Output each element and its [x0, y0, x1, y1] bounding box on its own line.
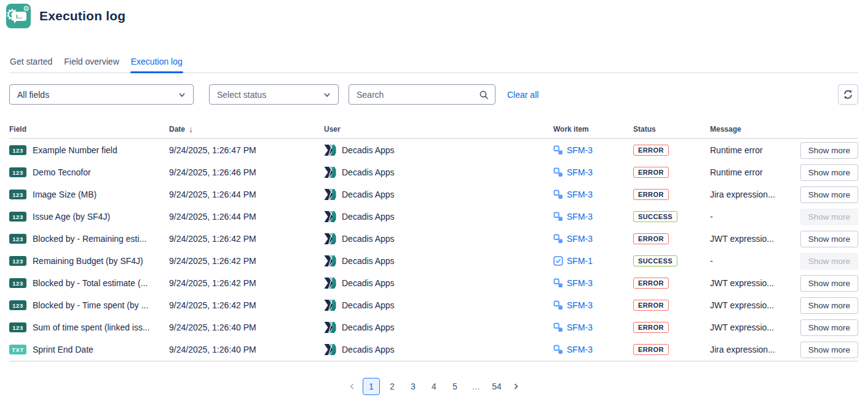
show-more-button[interactable]: Show more: [800, 186, 858, 203]
column-header-work-item: Work item: [553, 125, 633, 134]
page-button[interactable]: 1: [363, 378, 380, 395]
date-cell: 9/24/2025, 1:26:46 PM: [169, 167, 324, 177]
page-button[interactable]: 2: [384, 378, 401, 395]
avatar: [324, 255, 336, 267]
message-cell: JWT expressio...: [710, 300, 800, 310]
message-cell: JWT expressio...: [710, 322, 800, 332]
speech-bubble-icon: I...: [12, 12, 26, 21]
message-cell: Jira expression...: [710, 345, 800, 354]
user-cell: Decadis Apps: [324, 188, 553, 201]
field-type-badge: 123: [9, 234, 26, 244]
work-item-link[interactable]: SFM-3: [567, 167, 593, 177]
sort-descending-icon[interactable]: ↓: [189, 124, 193, 134]
chevron-right-icon: [511, 382, 520, 391]
tab-execution-log[interactable]: Execution log: [130, 54, 183, 72]
date-cell: 9/24/2025, 1:26:40 PM: [169, 345, 324, 354]
user-name: Decadis Apps: [342, 190, 395, 199]
avatar: [324, 299, 336, 311]
field-cell: 123 Image Size (MB): [9, 190, 169, 199]
work-item-cell: SFM-3: [553, 300, 633, 310]
column-header-field: Field: [9, 125, 169, 134]
work-item-cell: SFM-3: [553, 212, 633, 222]
work-item-cell: SFM-3: [553, 234, 633, 244]
user-name: Decadis Apps: [342, 322, 395, 332]
table-row: 123 Blocked by - Total estimate (... 9/2…: [9, 272, 858, 294]
user-name: Decadis Apps: [342, 212, 395, 222]
table-row: 123 Remaining Budget (by SF4J) 9/24/2025…: [9, 250, 858, 272]
work-item-cell: SFM-3: [553, 278, 633, 288]
field-name: Blocked by - Remaining esti...: [33, 234, 146, 244]
table-header-row: Field Date↓ User Work item Status Messag…: [9, 121, 858, 139]
table-row: 123 Sum of time spent (linked iss... 9/2…: [9, 316, 858, 338]
status-cell: ERROR: [633, 300, 710, 311]
status-badge: ERROR: [633, 322, 669, 333]
status-badge: SUCCESS: [633, 211, 677, 222]
field-type-badge: 123: [9, 190, 26, 199]
page-button[interactable]: 4: [425, 378, 443, 395]
field-name: Sprint End Date: [33, 345, 93, 354]
pagination-ellipsis: …: [467, 378, 484, 395]
show-more-button[interactable]: Show more: [800, 319, 858, 336]
avatar: [324, 321, 336, 334]
work-item-link[interactable]: SFM-3: [567, 345, 593, 354]
subtask-icon: [553, 322, 563, 332]
tab-get-started[interactable]: Get started: [9, 54, 53, 72]
avatar: [324, 188, 336, 201]
app-logo-icon: ⚙ ⚙ I...: [6, 4, 31, 28]
next-page-button[interactable]: [509, 382, 523, 391]
column-header-date: Date↓: [169, 124, 324, 134]
work-item-link[interactable]: SFM-3: [567, 190, 593, 199]
previous-page-button[interactable]: [345, 382, 359, 391]
work-item-link[interactable]: SFM-3: [567, 212, 593, 222]
status-cell: ERROR: [633, 322, 710, 333]
show-more-button: Show more: [800, 253, 858, 270]
table-row: 123 Demo Tecnofor 9/24/2025, 1:26:46 PM …: [9, 161, 858, 183]
message-cell: -: [710, 212, 800, 222]
field-cell: 123 Example Number field: [9, 145, 169, 155]
user-name: Decadis Apps: [342, 256, 395, 266]
refresh-button[interactable]: [838, 84, 858, 105]
clear-all-link[interactable]: Clear all: [507, 90, 539, 100]
page-button[interactable]: 3: [404, 378, 422, 395]
show-more-button[interactable]: Show more: [800, 164, 858, 181]
tab-field-overview[interactable]: Field overview: [63, 54, 119, 72]
show-more-button[interactable]: Show more: [800, 342, 858, 358]
show-more-button[interactable]: Show more: [800, 142, 858, 159]
field-type-badge: 123: [9, 322, 26, 332]
status-filter-select[interactable]: Select status: [209, 84, 339, 105]
show-more-button[interactable]: Show more: [800, 275, 858, 292]
table-row: 123 Blocked by - Remaining esti... 9/24/…: [9, 228, 858, 250]
user-cell: Decadis Apps: [324, 299, 553, 311]
avatar: [324, 277, 336, 289]
work-item-link[interactable]: SFM-3: [567, 234, 593, 244]
field-cell: 123 Demo Tecnofor: [9, 167, 169, 177]
user-cell: Decadis Apps: [324, 255, 553, 267]
status-cell: ERROR: [633, 233, 710, 244]
message-cell: JWT expressio...: [710, 234, 800, 244]
work-item-cell: SFM-1: [553, 256, 633, 266]
work-item-link[interactable]: SFM-3: [567, 278, 593, 288]
page-header: ⚙ ⚙ I... Execution log: [0, 0, 868, 28]
tab-bar: Get started Field overview Execution log: [9, 54, 858, 73]
field-type-badge: 123: [9, 278, 26, 288]
page-button[interactable]: 54: [488, 378, 505, 395]
status-cell: SUCCESS: [633, 211, 710, 222]
field-filter-select[interactable]: All fields: [9, 84, 194, 105]
work-item-link[interactable]: SFM-3: [567, 300, 593, 310]
status-badge: ERROR: [633, 167, 669, 178]
field-cell: 123 Remaining Budget (by SF4J): [9, 256, 169, 266]
status-badge: ERROR: [633, 189, 669, 200]
show-more-button[interactable]: Show more: [800, 231, 858, 247]
work-item-link[interactable]: SFM-1: [567, 256, 593, 266]
status-cell: SUCCESS: [633, 255, 710, 266]
page-button[interactable]: 5: [446, 378, 464, 395]
task-icon: [553, 256, 563, 266]
work-item-cell: SFM-3: [553, 190, 633, 199]
column-header-status: Status: [633, 125, 710, 134]
table-row: 123 Image Size (MB) 9/24/2025, 1:26:44 P…: [9, 183, 858, 206]
avatar: [324, 144, 336, 156]
work-item-link[interactable]: SFM-3: [567, 322, 593, 332]
work-item-link[interactable]: SFM-3: [567, 145, 593, 155]
search-input[interactable]: [357, 90, 479, 100]
show-more-button[interactable]: Show more: [800, 297, 858, 314]
